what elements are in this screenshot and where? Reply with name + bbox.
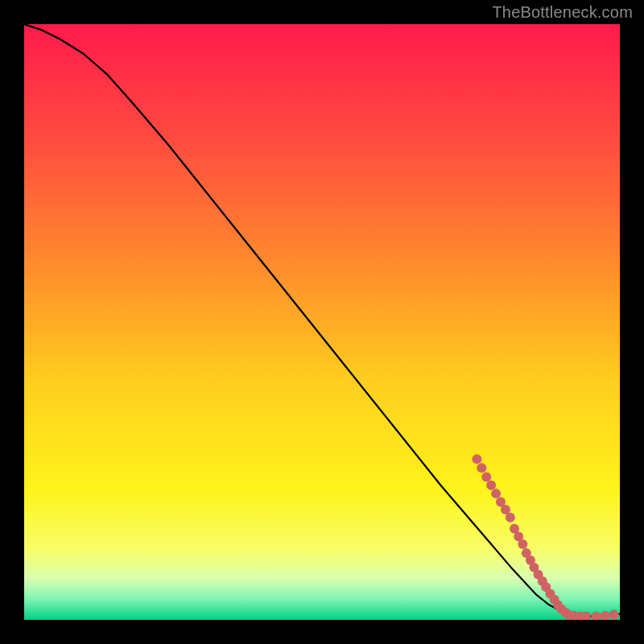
scatter-dot <box>477 463 486 473</box>
scatter-dot <box>486 481 496 490</box>
plot-area <box>24 24 620 620</box>
chart-svg <box>24 24 620 620</box>
watermark-text: TheBottleneck.com <box>492 3 633 22</box>
scatter-dot <box>481 472 491 481</box>
gradient-background <box>24 24 620 620</box>
scatter-dot <box>506 513 515 522</box>
scatter-dot <box>609 609 619 619</box>
chart-stage: TheBottleneck.com <box>0 0 644 644</box>
scatter-dot <box>491 489 501 498</box>
scatter-dot <box>472 454 481 464</box>
scatter-dot <box>518 539 527 549</box>
